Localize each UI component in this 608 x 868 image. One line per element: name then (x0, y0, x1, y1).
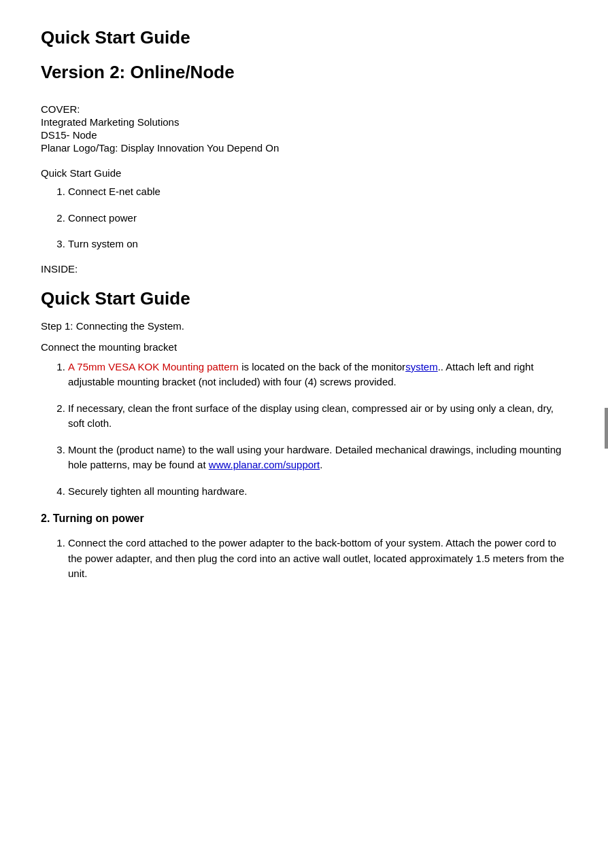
cover-line1: Integrated Marketing Solutions (41, 116, 567, 128)
main-title: Quick Start Guide (41, 27, 567, 48)
planar-support-link[interactable]: www.planar.com/support (209, 459, 320, 470)
list-item: Turn system on (68, 237, 567, 252)
list-item-1: A 75mm VESA KOK Mounting pattern is loca… (68, 360, 567, 390)
cover-label: COVER: (41, 103, 567, 115)
list-item-2-text: If necessary, clean the front surface of… (68, 402, 554, 430)
cover-line2: DS15- Node (41, 129, 567, 141)
cover-line3: Planar Logo/Tag: Display Innovation You … (41, 142, 567, 154)
cover-section: COVER: Integrated Marketing Solutions DS… (41, 103, 567, 154)
power-list-item-1-text: Connect the cord attached to the power a… (68, 537, 564, 579)
list-item-1-text1: is located on the back of the monitor (239, 361, 405, 372)
section-title: Quick Start Guide (41, 288, 567, 309)
step1-label: Step 1: Connecting the System. (41, 320, 567, 332)
section2-heading: 2. Turning on power (41, 513, 567, 525)
list-item-3: Mount the (product name) to the wall usi… (68, 442, 567, 473)
list-item: Connect power (68, 211, 567, 226)
main-numbered-list: A 75mm VESA KOK Mounting pattern is loca… (68, 360, 567, 500)
power-list-item-1: Connect the cord attached to the power a… (68, 536, 567, 582)
power-list: Connect the cord attached to the power a… (68, 536, 567, 582)
version-title: Version 2: Online/Node (41, 62, 567, 83)
list-item-4: Securely tighten all mounting hardware. (68, 484, 567, 500)
system-link[interactable]: system (405, 361, 438, 372)
connect-mounting-label: Connect the mounting bracket (41, 341, 567, 353)
list-item: Connect E-net cable (68, 184, 567, 200)
list-item-4-text: Securely tighten all mounting hardware. (68, 485, 247, 497)
list-item-3-text-after: . (320, 459, 322, 470)
red-text-vesa: A 75mm VESA KOK Mounting pattern (68, 361, 239, 372)
intro-list: Connect E-net cable Connect power Turn s… (68, 184, 567, 252)
quick-start-intro-label: Quick Start Guide (41, 167, 567, 179)
list-item-2: If necessary, clean the front surface of… (68, 401, 567, 432)
inside-label: INSIDE: (41, 263, 567, 275)
scroll-bar[interactable] (605, 408, 608, 449)
